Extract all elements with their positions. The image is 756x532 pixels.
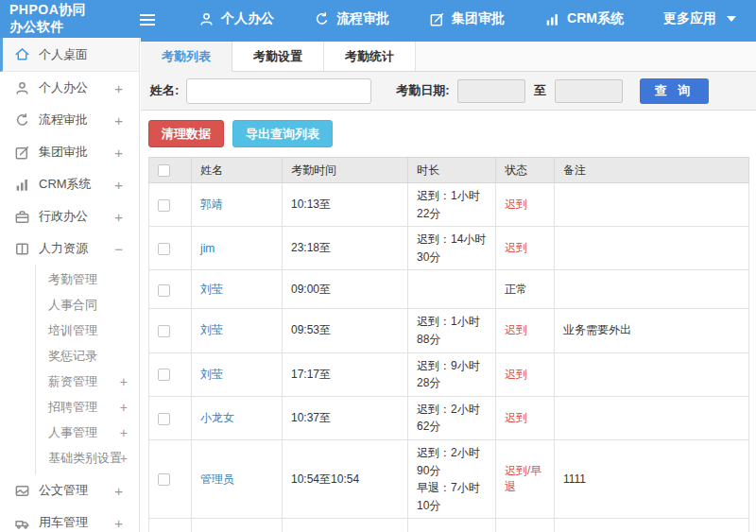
expand-toggle-icon[interactable]: + [114, 515, 123, 531]
sidebar-item-label: 用车管理 [39, 514, 88, 531]
row-checkbox[interactable] [158, 325, 170, 337]
sidebar-item[interactable]: 行政办公 + [0, 200, 139, 232]
toolbar: 清理数据 导出查询列表 [141, 111, 756, 156]
table-row: 郭靖 10:13至 迟到：1小时22分 迟到 [149, 183, 749, 227]
top-nav-item[interactable]: 流程审批 [302, 10, 401, 27]
expand-toggle-icon[interactable]: + [114, 145, 123, 161]
name-cell: jim [192, 227, 283, 270]
row-checkbox[interactable] [158, 413, 170, 425]
export-list-button[interactable]: 导出查询列表 [232, 120, 333, 147]
sidebar-item[interactable]: CRM系统 + [0, 168, 139, 200]
status-badge: 迟到 [496, 396, 555, 439]
top-nav-label: 个人办公 [221, 10, 274, 27]
sidebar-sub-item[interactable]: 奖惩记录 [36, 343, 139, 369]
employee-name-link[interactable]: 刘莹 [200, 283, 223, 296]
checkbox-cell [149, 396, 192, 439]
expand-toggle-icon[interactable]: + [120, 374, 128, 389]
attendance-time-cell: 09:00至 [283, 270, 408, 309]
sidebar-item[interactable]: 用车管理 + [0, 506, 139, 532]
row-checkbox[interactable] [158, 199, 170, 212]
row-checkbox[interactable] [158, 473, 170, 486]
sidebar-sub-item-label: 人事合同 [48, 297, 97, 314]
name-filter-input[interactable] [186, 78, 371, 104]
expand-toggle-icon[interactable]: + [114, 483, 123, 499]
sidebar-item[interactable]: 个人桌面 [0, 38, 139, 72]
top-nav: 个人办公 流程审批 集团审批 CRM系统 更多应用 [179, 10, 756, 27]
date-filter-label: 考勤日期: [396, 82, 449, 99]
employee-name-link[interactable]: 管理员 [200, 472, 234, 486]
top-nav-item[interactable]: 个人办公 [187, 10, 285, 27]
tab[interactable]: 考勤设置 [232, 42, 324, 71]
note-cell [555, 519, 749, 532]
checkbox-cell [149, 519, 192, 532]
date-to-label: 至 [534, 82, 546, 99]
checkbox-cell [149, 352, 192, 396]
row-checkbox[interactable] [158, 284, 170, 297]
attendance-time-cell: 08:56至 [283, 519, 408, 532]
sidebar-item[interactable]: 人力资源 − [0, 232, 139, 265]
top-nav-item[interactable]: 集团审批 [418, 10, 516, 27]
employee-name-link[interactable]: 刘莹 [200, 368, 223, 381]
sidebar-item[interactable]: 个人办公 + [0, 72, 139, 104]
sidebar-sub-item[interactable]: 基础类别设置 + [36, 445, 139, 471]
expand-toggle-icon[interactable]: + [114, 209, 123, 225]
note-cell: 业务需要外出 [555, 309, 749, 352]
person-icon [14, 80, 30, 96]
note-cell [555, 227, 749, 270]
top-nav-item[interactable]: CRM系统 [533, 10, 635, 27]
expand-toggle-icon[interactable]: + [120, 451, 128, 466]
employee-name-link[interactable]: jim [200, 242, 215, 255]
clean-data-button[interactable]: 清理数据 [148, 120, 224, 147]
expand-toggle-icon[interactable]: − [114, 241, 123, 257]
employee-name-link[interactable]: 小龙女 [200, 411, 234, 424]
caret-down-icon [727, 16, 736, 22]
select-all-checkbox[interactable] [158, 164, 170, 177]
table-row: 小龙女 10:37至 迟到：2小时62分 迟到 [149, 396, 749, 439]
note-cell [555, 270, 749, 309]
filter-bar: 姓名: 考勤日期: 至 查 询 [141, 72, 756, 111]
sidebar-submenu: 考勤管理 人事合同 培训管理 奖惩记录 薪资管理 + 招聘管理 + 人事管理 +… [35, 265, 139, 474]
search-button[interactable]: 查 询 [640, 78, 710, 104]
sidebar-sub-item[interactable]: 招聘管理 + [36, 394, 139, 420]
attendance-time-cell: 17:17至 [283, 352, 408, 396]
attendance-time-cell: 10:54至10:54 [283, 439, 408, 518]
hamburger-menu-icon[interactable] [140, 13, 151, 25]
top-nav-label: CRM系统 [567, 10, 624, 27]
expand-toggle-icon[interactable]: + [120, 425, 128, 440]
name-cell: 郭靖 [192, 183, 283, 227]
sidebar-item[interactable]: 公文管理 + [0, 474, 139, 506]
sidebar-item[interactable]: 流程审批 + [0, 104, 139, 136]
sidebar-item[interactable]: 集团审批 + [0, 136, 139, 168]
sidebar-sub-item-label: 招聘管理 [48, 399, 97, 416]
main-content: 考勤列表考勤设置考勤统计 姓名: 考勤日期: 至 查 询 清理数据 导出查询列表 [141, 38, 756, 532]
date-from-input[interactable] [457, 79, 525, 103]
sidebar-sub-item[interactable]: 人事合同 [36, 292, 139, 317]
table-body: 郭靖 10:13至 迟到：1小时22分 迟到 jim 23:18至 迟到：14小… [149, 183, 749, 532]
expand-toggle-icon[interactable]: + [114, 177, 123, 193]
workflow-icon [14, 112, 30, 129]
name-cell: 管理员 [192, 439, 283, 518]
column-header: 状态 [496, 158, 555, 183]
top-nav-item[interactable]: 更多应用 [652, 10, 747, 27]
sidebar-sub-item[interactable]: 培训管理 [36, 317, 139, 343]
chart-icon [14, 177, 30, 193]
tab[interactable]: 考勤列表 [141, 42, 232, 72]
tab[interactable]: 考勤统计 [324, 42, 416, 71]
top-nav-label: 更多应用 [663, 10, 716, 27]
status-badge: 迟到 [496, 183, 555, 227]
sidebar-sub-item-label: 基础类别设置 [48, 450, 122, 467]
employee-name-link[interactable]: 刘莹 [200, 323, 223, 336]
name-cell: 王壹辉 [192, 519, 283, 532]
sidebar-sub-item[interactable]: 考勤管理 [36, 266, 139, 292]
sidebar-sub-item[interactable]: 人事管理 + [36, 420, 139, 445]
row-checkbox[interactable] [158, 369, 170, 381]
expand-toggle-icon[interactable]: + [114, 112, 123, 129]
sidebar: 个人桌面 个人办公 + 流程审批 + 集团审批 + CRM系统 + 行政办公 +… [0, 38, 140, 532]
expand-toggle-icon[interactable]: + [120, 400, 128, 415]
sidebar-sub-item[interactable]: 薪资管理 + [36, 369, 139, 394]
row-checkbox[interactable] [158, 243, 170, 255]
expand-toggle-icon[interactable]: + [114, 80, 123, 96]
attendance-table: 姓名考勤时间时长状态备注 郭靖 10:13至 迟到：1小时22分 迟到 jim … [148, 157, 749, 532]
date-to-input[interactable] [555, 79, 623, 103]
employee-name-link[interactable]: 郭靖 [200, 197, 223, 211]
